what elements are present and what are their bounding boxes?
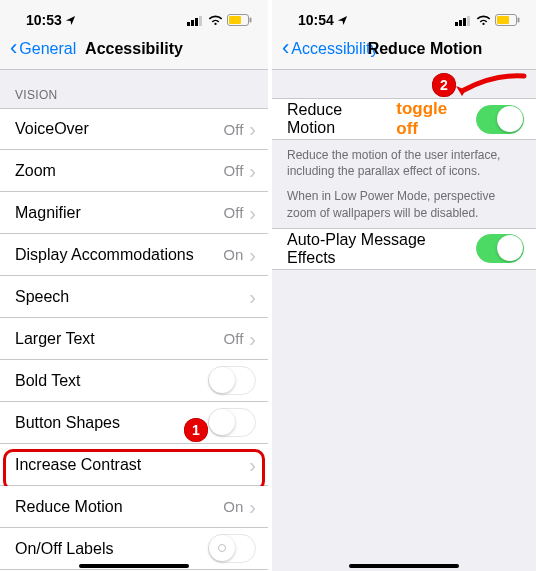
toggle-bold-text[interactable]	[208, 366, 256, 395]
footer-text: Reduce the motion of the user interface,…	[272, 140, 536, 186]
battery-icon	[227, 14, 252, 26]
svg-rect-9	[463, 18, 466, 26]
row-value: Off	[224, 121, 244, 138]
row-value: On	[223, 246, 243, 263]
home-indicator[interactable]	[349, 564, 459, 568]
chevron-left-icon: ‹	[282, 37, 289, 59]
wifi-icon	[208, 15, 223, 26]
battery-icon	[495, 14, 520, 26]
row-reduce-motion[interactable]: Reduce Motion On ›	[0, 486, 268, 528]
svg-rect-6	[250, 18, 252, 23]
svg-rect-13	[518, 18, 520, 23]
row-zoom[interactable]: Zoom Off ›	[0, 150, 268, 192]
status-time: 10:54	[298, 12, 334, 28]
row-label: Reduce Motion	[287, 101, 392, 137]
svg-rect-10	[467, 16, 470, 26]
back-button[interactable]: ‹ Accessibility	[282, 39, 378, 59]
status-bar: 10:54	[272, 0, 536, 34]
nav-bar: ‹ General Accessibility	[0, 34, 268, 70]
home-indicator[interactable]	[79, 564, 189, 568]
row-bold-text[interactable]: Bold Text	[0, 360, 268, 402]
row-display-accommodations[interactable]: Display Accommodations On ›	[0, 234, 268, 276]
annotation-arrow-icon	[454, 72, 532, 98]
row-label: Speech	[15, 288, 249, 306]
wifi-icon	[476, 15, 491, 26]
chevron-right-icon: ›	[249, 161, 256, 181]
row-label: Auto-Play Message Effects	[287, 231, 476, 267]
section-header-vision: VISION	[0, 70, 268, 108]
phone-right: 10:54 ‹ Accessibility Reduce Motion Red	[268, 0, 536, 571]
svg-rect-5	[229, 16, 241, 24]
annotation-badge-2: 2	[432, 73, 456, 97]
svg-rect-0	[187, 22, 190, 26]
chevron-right-icon: ›	[249, 245, 256, 265]
nav-bar: ‹ Accessibility Reduce Motion	[272, 34, 536, 70]
svg-rect-12	[497, 16, 509, 24]
row-label: Increase Contrast	[15, 456, 249, 474]
annotation-badge-1: 1	[184, 418, 208, 442]
row-label: Zoom	[15, 162, 224, 180]
chevron-right-icon: ›	[249, 329, 256, 349]
annotation-text: toggle off	[396, 99, 472, 139]
chevron-right-icon: ›	[249, 203, 256, 223]
row-label: Larger Text	[15, 330, 224, 348]
row-label: VoiceOver	[15, 120, 224, 138]
row-value: Off	[224, 162, 244, 179]
row-increase-contrast[interactable]: Increase Contrast ›	[0, 444, 268, 486]
svg-rect-7	[455, 22, 458, 26]
row-label: Display Accommodations	[15, 246, 223, 264]
settings-list[interactable]: VISION VoiceOver Off › Zoom Off › Magnif…	[0, 70, 268, 571]
settings-list[interactable]: Reduce Motion toggle off Reduce the moti…	[272, 70, 536, 571]
back-button[interactable]: ‹ General	[10, 39, 76, 59]
chevron-right-icon: ›	[249, 119, 256, 139]
svg-rect-8	[459, 20, 462, 26]
row-label: Magnifier	[15, 204, 224, 222]
toggle-autoplay[interactable]	[476, 234, 524, 263]
row-reduce-motion[interactable]: Reduce Motion toggle off	[272, 98, 536, 140]
back-label: Accessibility	[291, 40, 378, 58]
row-speech[interactable]: Speech ›	[0, 276, 268, 318]
row-label: Bold Text	[15, 372, 208, 390]
phone-left: 10:53 ‹ General Accessibility VISION Vo	[0, 0, 268, 571]
row-magnifier[interactable]: Magnifier Off ›	[0, 192, 268, 234]
location-icon	[337, 15, 348, 26]
footer-text: When in Low Power Mode, perspective zoom…	[272, 186, 536, 227]
toggle-button-shapes[interactable]	[208, 408, 256, 437]
status-bar: 10:53	[0, 0, 268, 34]
row-autoplay-message-effects[interactable]: Auto-Play Message Effects	[272, 228, 536, 270]
row-voiceover[interactable]: VoiceOver Off ›	[0, 108, 268, 150]
row-larger-text[interactable]: Larger Text Off ›	[0, 318, 268, 360]
chevron-right-icon: ›	[249, 455, 256, 475]
chevron-right-icon: ›	[249, 287, 256, 307]
location-icon	[65, 15, 76, 26]
row-label: Reduce Motion	[15, 498, 223, 516]
status-time: 10:53	[26, 12, 62, 28]
back-label: General	[19, 40, 76, 58]
toggle-reduce-motion[interactable]	[476, 105, 524, 134]
cellular-icon	[455, 15, 472, 26]
chevron-right-icon: ›	[249, 497, 256, 517]
row-value: Off	[224, 204, 244, 221]
svg-rect-3	[199, 16, 202, 26]
row-button-shapes[interactable]: Button Shapes	[0, 402, 268, 444]
chevron-left-icon: ‹	[10, 37, 17, 59]
row-label: On/Off Labels	[15, 540, 208, 558]
row-value: Off	[224, 330, 244, 347]
cellular-icon	[187, 15, 204, 26]
row-label: Button Shapes	[15, 414, 208, 432]
row-value: On	[223, 498, 243, 515]
svg-rect-2	[195, 18, 198, 26]
svg-rect-1	[191, 20, 194, 26]
toggle-onoff-labels[interactable]	[208, 534, 256, 563]
